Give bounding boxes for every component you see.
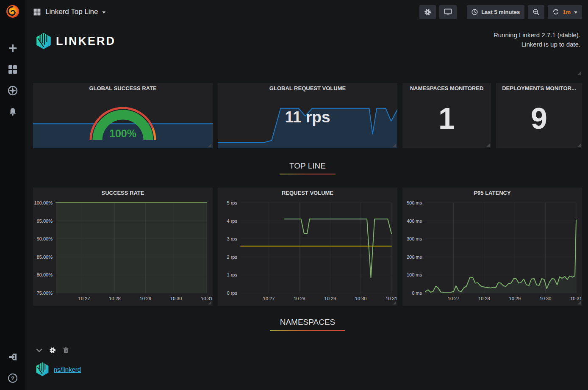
row-settings-gear-icon[interactable] [49, 347, 56, 354]
panel-resize-handle[interactable] [577, 301, 581, 304]
panel-resize-handle[interactable] [577, 72, 581, 75]
svg-text:10:29: 10:29 [140, 296, 152, 301]
svg-text:10:31: 10:31 [386, 296, 397, 301]
svg-text:85.00%: 85.00% [37, 254, 53, 260]
svg-text:10:29: 10:29 [325, 296, 336, 301]
svg-text:0 ms: 0 ms [412, 290, 422, 296]
panel-title[interactable]: P95 LATENCY [402, 188, 582, 199]
svg-text:10:30: 10:30 [540, 296, 552, 301]
svg-text:5 rps: 5 rps [227, 200, 238, 205]
svg-text:10:28: 10:28 [109, 296, 121, 301]
dashboard: LINKERD Running Linkerd 2.7.1 (stable). … [25, 24, 588, 390]
version-line-2: Linkerd is up to date. [494, 40, 580, 49]
row-title-namespaces[interactable]: NAMESPACES [33, 306, 582, 342]
alerting-bell-icon[interactable] [8, 107, 18, 117]
svg-text:?: ? [11, 375, 14, 382]
svg-text:10:29: 10:29 [509, 296, 521, 301]
row-title-underline [270, 330, 345, 331]
svg-text:95.00%: 95.00% [37, 219, 53, 224]
panel-title[interactable]: GLOBAL SUCCESS RATE [33, 83, 213, 94]
zoom-out-button[interactable] [528, 5, 544, 19]
time-range-label: Last 5 minutes [481, 9, 520, 15]
panel-resize-handle[interactable] [393, 144, 396, 147]
svg-text:10:27: 10:27 [448, 296, 460, 301]
p95-latency-chart: 0 ms100 ms200 ms300 ms400 ms500 ms10:271… [402, 199, 582, 306]
panel-p95-latency-chart: P95 LATENCY 0 ms100 ms200 ms300 ms400 ms… [402, 188, 582, 306]
magnifier-minus-icon [533, 8, 540, 16]
monitor-icon [444, 8, 452, 16]
svg-text:2 rps: 2 rps [227, 254, 238, 260]
refresh-interval-label: 1m [563, 9, 571, 15]
explore-compass-icon[interactable] [8, 86, 18, 96]
svg-text:400 ms: 400 ms [407, 219, 422, 224]
panel-deployments-monitored: DEPLOYMENTS MONITOR... 9 [496, 83, 582, 148]
panel-title[interactable]: DEPLOYMENTS MONITOR... [496, 83, 582, 94]
row-title-label: NAMESPACES [274, 318, 341, 327]
svg-text:500 ms: 500 ms [407, 200, 422, 205]
charts-row: SUCCESS RATE 75.00%80.00%85.00%90.00%95.… [33, 188, 582, 306]
svg-text:90.00%: 90.00% [37, 236, 53, 241]
tv-mode-button[interactable] [439, 5, 457, 19]
refresh-button[interactable]: 1m [548, 5, 582, 19]
svg-text:10:31: 10:31 [570, 296, 582, 301]
svg-text:0 rps: 0 rps [227, 290, 238, 296]
stats-row: GLOBAL SUCCESS RATE 100% GLOBAL REQUEST … [33, 83, 582, 148]
linkerd-logo-icon [35, 32, 53, 50]
grafana-app: ? Linkerd Top Line [0, 0, 588, 390]
svg-text:75.00%: 75.00% [37, 290, 53, 296]
refresh-icon [552, 8, 559, 15]
svg-text:10:27: 10:27 [263, 296, 275, 301]
svg-text:100%: 100% [109, 127, 136, 139]
row-title-underline [280, 174, 336, 174]
panel-global-success-rate: GLOBAL SUCCESS RATE 100% [33, 83, 213, 148]
help-icon[interactable]: ? [8, 373, 18, 383]
svg-text:10:30: 10:30 [355, 296, 367, 301]
sign-in-icon[interactable] [8, 352, 18, 362]
panel-resize-handle[interactable] [486, 144, 490, 147]
refresh-caret-icon [574, 11, 577, 14]
linkerd-header-panel: LINKERD Running Linkerd 2.7.1 (stable). … [33, 26, 582, 76]
navbar: Linkerd Top Line [25, 0, 588, 24]
version-line-1: Running Linkerd 2.7.1 (stable). [494, 30, 580, 40]
panel-title[interactable]: REQUEST VOLUME [218, 188, 397, 199]
sidebar-bottom: ? [8, 352, 18, 383]
panel-success-rate-chart: SUCCESS RATE 75.00%80.00%85.00%90.00%95.… [33, 188, 213, 306]
svg-text:200 ms: 200 ms [407, 254, 422, 260]
panel-title[interactable]: NAMESPACES MONITORED [402, 83, 491, 94]
gear-icon [424, 8, 431, 16]
panel-title[interactable]: GLOBAL REQUEST VOLUME [218, 83, 397, 94]
svg-text:10:27: 10:27 [78, 296, 90, 301]
grafana-logo[interactable] [5, 3, 21, 21]
dashboard-settings-button[interactable] [419, 5, 436, 19]
linkerd-logo-text: LINKERD [56, 35, 116, 48]
sidebar: ? [0, 0, 25, 390]
svg-text:10:30: 10:30 [170, 296, 182, 301]
panel-resize-handle[interactable] [208, 301, 211, 304]
panel-resize-handle[interactable] [577, 144, 581, 147]
panel-global-request-volume: GLOBAL REQUEST VOLUME 11 rps [218, 83, 397, 148]
svg-text:100 ms: 100 ms [407, 272, 422, 277]
create-plus-icon[interactable] [8, 43, 18, 53]
dashboards-icon[interactable] [8, 64, 18, 75]
panel-resize-handle[interactable] [208, 144, 211, 147]
row-title-top-line[interactable]: TOP LINE [33, 148, 582, 188]
request-volume-chart: 0 rps1 rps2 rps3 rps4 rps5 rps10:2710:28… [218, 199, 397, 306]
linkerd-logo-icon [35, 362, 50, 377]
panel-title[interactable]: SUCCESS RATE [33, 188, 213, 199]
time-range-button[interactable]: Last 5 minutes [467, 5, 524, 19]
namespace-row: ns/linkerd [33, 362, 582, 377]
svg-text:100.00%: 100.00% [34, 200, 53, 205]
panel-resize-handle[interactable] [393, 301, 396, 304]
namespace-link[interactable]: ns/linkerd [54, 366, 81, 373]
linkerd-version-text: Running Linkerd 2.7.1 (stable). Linkerd … [494, 30, 580, 49]
svg-text:80.00%: 80.00% [37, 272, 53, 277]
dashboard-title-button[interactable]: Linkerd Top Line [33, 8, 105, 16]
row-controls [33, 346, 582, 355]
sidebar-menu [8, 43, 18, 117]
row-delete-trash-icon[interactable] [63, 347, 69, 354]
linkerd-brand: LINKERD [35, 32, 116, 50]
collapse-chevron-icon[interactable] [36, 349, 42, 352]
success-rate-gauge: 100% [80, 98, 165, 145]
clock-icon [472, 9, 478, 15]
row-title-label: TOP LINE [283, 161, 332, 171]
